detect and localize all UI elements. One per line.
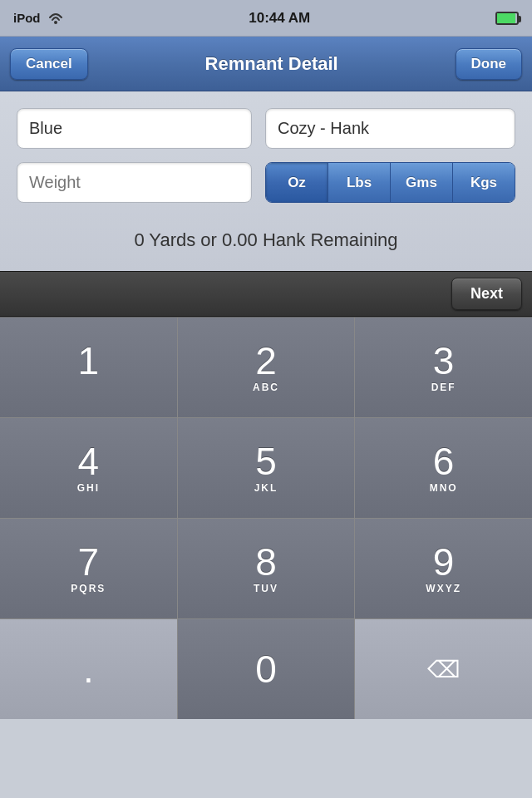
key-0[interactable]: 0 [178,619,355,719]
key-5[interactable]: 5 JKL [178,418,355,518]
status-bar: iPod 10:44 AM [0,0,532,37]
unit-gms-button[interactable]: Gms [391,163,453,202]
color-input[interactable] [17,108,252,149]
key-dot[interactable]: . [0,619,177,719]
numpad: 1 2 ABC 3 DEF 4 GHI 5 JKL 6 MNO 7 PQRS [0,317,532,719]
key-1[interactable]: 1 [0,318,177,417]
key-3[interactable]: 3 DEF [355,318,532,417]
nav-title: Remnant Detail [205,53,338,75]
name-input[interactable] [265,108,515,149]
unit-kgs-button[interactable]: Kgs [453,163,515,202]
input-row-1 [17,108,515,149]
key-backspace[interactable]: ⌫ [355,619,532,719]
unit-buttons: Oz Lbs Gms Kgs [265,162,515,203]
unit-oz-button[interactable]: Oz [266,163,328,202]
key-7[interactable]: 7 PQRS [0,519,177,618]
unit-lbs-button[interactable]: Lbs [328,163,391,202]
cancel-button[interactable]: Cancel [10,48,88,80]
device-label: iPod [13,11,41,25]
key-9[interactable]: 9 WXYZ [355,519,532,618]
wifi-icon [47,12,64,25]
main-content: Oz Lbs Gms Kgs 0 Yards or 0.00 Hank Rema… [0,91,532,271]
done-button[interactable]: Done [456,48,523,80]
weight-input[interactable] [17,162,252,203]
input-row-2: Oz Lbs Gms Kgs [17,162,515,203]
keyboard-area: Next 1 2 ABC 3 DEF 4 GHI 5 JKL 6 MNO [0,271,532,719]
key-2[interactable]: 2 ABC [178,318,355,417]
svg-point-0 [54,21,57,24]
battery-icon [495,12,519,25]
key-8[interactable]: 8 TUV [178,519,355,618]
remaining-text: 0 Yards or 0.00 Hank Remaining [17,216,515,258]
key-6[interactable]: 6 MNO [355,418,532,518]
next-button[interactable]: Next [451,278,522,310]
key-4[interactable]: 4 GHI [0,418,177,518]
keyboard-toolbar: Next [0,272,532,317]
nav-bar: Cancel Remnant Detail Done [0,37,532,91]
status-time: 10:44 AM [249,10,310,27]
